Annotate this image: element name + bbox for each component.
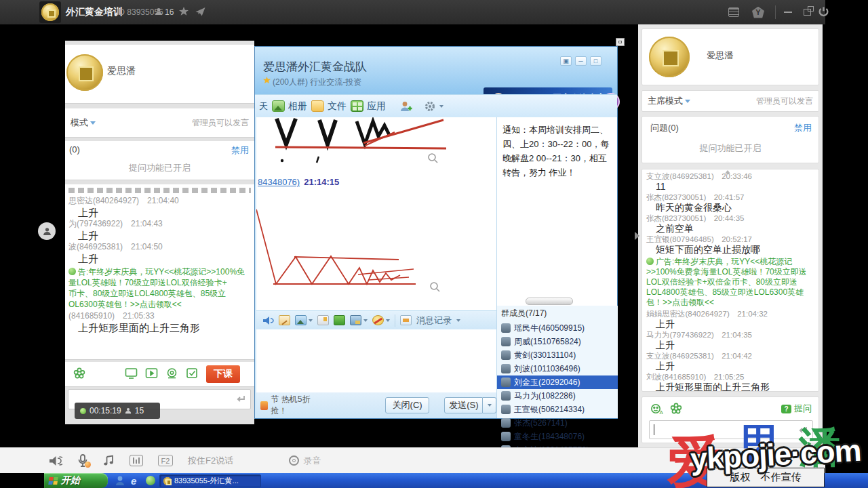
qq-message-input[interactable] xyxy=(256,329,496,392)
file-button[interactable]: 文件 xyxy=(311,100,347,113)
chevron-down-icon xyxy=(439,105,443,108)
message-history-button[interactable]: 消息记录 xyxy=(416,314,452,327)
end-class-button[interactable]: 下课 xyxy=(206,365,240,383)
scroll-up-icon[interactable] xyxy=(725,170,730,174)
disable-link[interactable]: 禁用 xyxy=(794,122,812,134)
record-icon xyxy=(289,455,299,466)
chart-pattern-image-1[interactable] xyxy=(262,117,458,173)
music-icon[interactable] xyxy=(103,455,115,467)
album-icon xyxy=(272,100,285,112)
emoji-blocked-icon xyxy=(372,315,384,325)
member-list-toggle[interactable] xyxy=(38,222,56,240)
start-button[interactable]: 开始 xyxy=(44,473,108,488)
emoji-block-button[interactable] xyxy=(372,315,390,325)
text-caret xyxy=(654,424,654,435)
panel-splitter-handle[interactable] xyxy=(526,298,573,305)
image-icon xyxy=(295,315,307,325)
power-close-icon[interactable] xyxy=(818,6,829,18)
microphone-button[interactable] xyxy=(77,454,88,467)
zoom-in-icon[interactable] xyxy=(427,152,439,164)
windows-logo-icon xyxy=(48,477,58,485)
chat-ad-message[interactable]: 告:年终岁末庆典，玩YY<<桃花源记>>100%免量LOL英雄啦！70级立即送L… xyxy=(68,266,251,310)
sender-id-link[interactable]: 84348076) xyxy=(258,177,300,187)
member-name: 周威(1510765824) xyxy=(514,336,581,348)
close-button[interactable]: 关闭(C) xyxy=(385,397,430,413)
member-name: 马力为(1082286) xyxy=(514,390,576,402)
send-button[interactable]: 发送(S) xyxy=(444,397,483,413)
member-row[interactable]: 王宣银(506214334) xyxy=(501,403,618,416)
add-member-button[interactable] xyxy=(399,100,413,113)
channel-title: 外汇黄金培训 xyxy=(66,6,123,18)
quicklaunch-user-icon[interactable] xyxy=(115,475,125,486)
quicklaunch-ie-icon[interactable]: e xyxy=(131,475,142,486)
avatar[interactable] xyxy=(649,37,690,77)
promo-link[interactable]: 节 热机5折抢！ xyxy=(260,394,320,417)
settings-button[interactable] xyxy=(424,100,443,113)
folder-icon xyxy=(311,100,324,112)
mode-selector[interactable]: 主席模式 xyxy=(648,95,690,107)
album-button[interactable]: 相册 xyxy=(272,100,307,113)
member-row[interactable]: 刘金玉(20292046) xyxy=(497,375,618,389)
qq-maximize-button[interactable]: □ xyxy=(590,56,601,66)
public-chat-list: 支立波(846925381) 20:33:4611张杰(823730051) 2… xyxy=(642,169,819,392)
emoticon-icon[interactable]: A xyxy=(650,403,663,415)
member-row[interactable]: 童冬生(184348076) xyxy=(501,430,618,443)
webcam-icon[interactable] xyxy=(165,367,178,380)
screen-share-icon[interactable] xyxy=(125,367,138,380)
push-to-talk-hint: 按住F2说话 xyxy=(188,455,233,467)
favorite-star-icon[interactable] xyxy=(179,7,189,16)
screenshot-icon[interactable] xyxy=(317,315,329,325)
mixer-icon[interactable] xyxy=(130,455,143,466)
chat-message: (841685910) 21:05:33上升矩形里面的上升三角形 xyxy=(68,311,251,334)
taskbar-item-active[interactable]: 83935055-外汇黄... xyxy=(159,474,261,487)
member-row[interactable]: 马力为(1082286) xyxy=(501,389,618,403)
member-name: 王宣银(506214334) xyxy=(514,404,585,415)
sidebar-collapse-icon[interactable] xyxy=(635,232,639,240)
add-person-icon xyxy=(399,100,413,113)
message-bubble-icon[interactable] xyxy=(400,315,412,325)
minimize-button[interactable] xyxy=(781,6,795,18)
font-style-icon[interactable] xyxy=(279,315,290,325)
zoom-in-icon[interactable] xyxy=(429,281,441,293)
shared-disable-link[interactable]: 禁用 xyxy=(231,144,249,157)
chat-message: 为(797436922) 21:04:43上升 xyxy=(68,219,251,242)
chat-ad-message[interactable]: 广告:年终岁末庆典，玩YY<<桃花源记>>100%免费拿海量LOL英雄啦！70级… xyxy=(646,257,814,308)
clipped-tab-label: 天 xyxy=(259,100,268,113)
member-row[interactable]: 周威(1510765824) xyxy=(501,335,618,348)
ask-question-button[interactable]: ?提问 xyxy=(781,403,812,415)
quicklaunch-browser-icon[interactable] xyxy=(146,476,155,485)
question-status: 提问功能已开启 xyxy=(642,142,818,155)
chart-pattern-image-2[interactable] xyxy=(256,204,453,292)
send-options-button[interactable] xyxy=(483,397,496,413)
qq-panel-button[interactable]: ▣ xyxy=(560,56,572,66)
yy-home-icon[interactable]: Y xyxy=(751,6,765,18)
restore-button[interactable] xyxy=(800,6,814,18)
speaker-icon[interactable] xyxy=(49,455,62,467)
message-text: 上升矩形里面的上升三角形 xyxy=(68,321,251,334)
record-button[interactable]: 录音 xyxy=(289,455,321,467)
flower-icon[interactable] xyxy=(670,403,682,415)
channel-avatar[interactable] xyxy=(39,1,61,23)
share-plane-icon[interactable] xyxy=(195,7,205,16)
qq-minimize-button[interactable]: ─ xyxy=(575,56,587,66)
member-row[interactable]: 张杰(5267141) xyxy=(501,416,618,430)
question-bubble-icon: ? xyxy=(781,405,791,413)
file-transfer-icon[interactable] xyxy=(334,315,345,325)
chat-message: 娟娟思密达(840264927) 21:04:32上升 xyxy=(646,309,814,330)
flower-icon[interactable] xyxy=(73,367,85,380)
panel-toggle-icon[interactable] xyxy=(727,6,741,18)
member-row[interactable]: 瑶民牛(460509915) xyxy=(501,321,618,335)
user-name: 爱思潘 xyxy=(707,49,733,62)
share-screen-button[interactable] xyxy=(350,315,368,325)
video-play-icon[interactable] xyxy=(145,367,158,380)
member-row[interactable]: 黄剑(330131104) xyxy=(501,348,618,362)
monitor-share-icon xyxy=(350,315,361,325)
task-check-icon[interactable] xyxy=(186,367,199,380)
message-author: 娟娟思密达(840264927) 21:04:32 xyxy=(646,309,814,319)
apps-button[interactable]: 应用 xyxy=(351,100,386,113)
member-name: 张杰(5267141) xyxy=(514,418,568,429)
shared-mode-label[interactable]: 模式 xyxy=(71,117,96,129)
audio-horn-icon[interactable] xyxy=(262,315,274,326)
send-image-button[interactable] xyxy=(295,315,313,325)
member-row[interactable]: 刘波(1011036496) xyxy=(501,362,618,375)
